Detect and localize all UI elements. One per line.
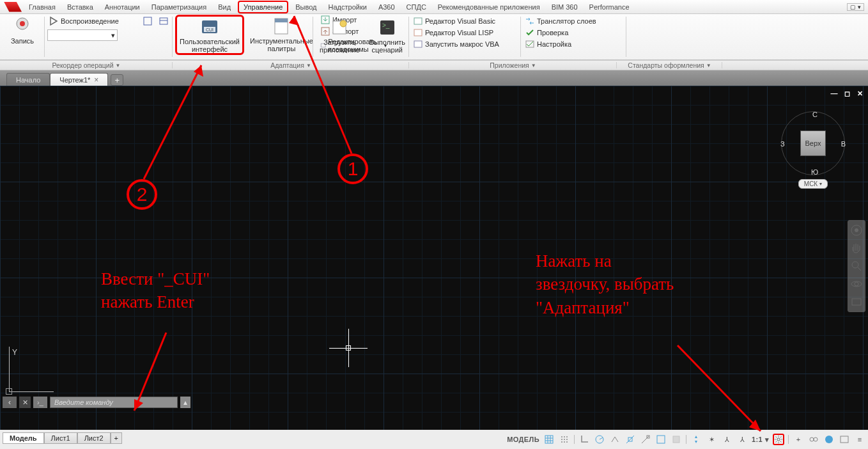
vbe-button[interactable]: Редактор Visual Basic	[412, 16, 518, 26]
pan-icon[interactable]	[849, 241, 864, 255]
layer-translator-button[interactable]: Транслятор слоев	[523, 16, 624, 26]
record-button[interactable]: Запись	[3, 15, 42, 46]
svg-point-33	[561, 439, 562, 440]
osnap-icon[interactable]	[624, 434, 636, 445]
zoom-extents-icon[interactable]	[849, 259, 864, 273]
tool-palettes-button[interactable]: Инструментальные палитры	[246, 15, 317, 54]
annotation-scale[interactable]: 1:1 ▾	[752, 436, 769, 444]
selection-cycling-icon[interactable]	[690, 434, 702, 445]
load-app-button[interactable]: Загрузить приложение	[316, 16, 364, 55]
svg-text:CUI: CUI	[206, 28, 213, 32]
menu-parametric[interactable]: Параметризация	[147, 2, 211, 12]
layout-tab-sheet2[interactable]: Лист2	[77, 432, 111, 444]
file-tab-drawing1[interactable]: Чертеж1*×	[50, 73, 108, 86]
svg-rect-19	[414, 29, 422, 36]
file-tab-home[interactable]: Начало	[6, 73, 50, 86]
coord-system-button[interactable]: МСК▾	[798, 179, 828, 189]
svg-rect-20	[414, 41, 422, 47]
configure-button[interactable]: Настройка	[523, 39, 624, 49]
layout-tab-sheet1[interactable]: Лист1	[44, 432, 77, 444]
group-title-apps: Приложения	[490, 61, 529, 69]
svg-point-35	[566, 439, 568, 440]
cui-button[interactable]: CUI Пользовательский интерфейс	[175, 15, 244, 55]
run-script-button[interactable]: >_ Выполнить сценарий	[366, 16, 409, 55]
command-input[interactable]: Введите команду	[50, 397, 178, 408]
menu-featured[interactable]: Рекомендованные приложения	[433, 2, 545, 12]
svg-marker-2	[50, 17, 57, 25]
menu-a360[interactable]: A360	[374, 2, 399, 12]
drawing-area[interactable]: — ◻ ✕ Y Верх С Ю В З МСК▾ ‹ ✕ ›_ Введите…	[0, 86, 868, 430]
recorder-options-1-icon[interactable]	[141, 15, 154, 28]
quick-properties-icon[interactable]	[823, 434, 835, 445]
group-title-adapt: Адаптация	[270, 61, 304, 69]
grid-icon[interactable]	[543, 434, 555, 445]
otrack-icon[interactable]	[640, 434, 651, 445]
viewcube-face[interactable]: Верх	[800, 130, 826, 156]
run-vba-button[interactable]: Запустить макрос VBA	[412, 39, 518, 49]
svg-text:>_: >_	[382, 22, 390, 29]
vle-button[interactable]: Редактор Visual LISP	[412, 28, 518, 38]
transparency-icon[interactable]	[670, 434, 682, 445]
svg-point-24	[852, 262, 858, 268]
workspace-icon[interactable]: +	[793, 434, 804, 445]
menu-bim360[interactable]: BIM 360	[547, 2, 582, 12]
menu-insert[interactable]: Вставка	[63, 2, 98, 12]
menu-output[interactable]: Вывод	[291, 2, 321, 12]
polar-icon[interactable]	[594, 434, 605, 445]
3dosnap-icon[interactable]: ✶	[706, 434, 717, 445]
close-viewport-icon[interactable]: ✕	[855, 90, 864, 98]
command-history-icon[interactable]: ‹	[3, 397, 17, 408]
menu-overflow-icon[interactable]: ▢ ▾	[847, 3, 864, 11]
restore-icon[interactable]: ◻	[842, 90, 851, 98]
menu-annotations[interactable]: Аннотации	[100, 2, 144, 12]
svg-point-48	[810, 437, 814, 441]
action-combo[interactable]: ▾	[47, 29, 118, 41]
group-title-std: Стандарты оформления	[628, 61, 704, 69]
status-bar: МОДЕЛЬ ✶ ⅄ ⅄ 1:1 ▾ + ≡	[507, 432, 865, 446]
orbit-icon[interactable]	[849, 277, 864, 291]
recorder-options-2-icon[interactable]	[157, 15, 170, 28]
lineweight-icon[interactable]	[655, 434, 667, 445]
svg-rect-18	[414, 18, 422, 24]
play-button[interactable]: Воспроизведение	[47, 16, 120, 26]
clean-screen-icon[interactable]	[839, 434, 850, 445]
svg-point-23	[855, 228, 858, 232]
dynamic-ucs-icon[interactable]: ⅄	[721, 434, 732, 445]
menu-manage[interactable]: Управление	[238, 1, 288, 13]
svg-rect-28	[852, 299, 861, 305]
command-prompt-icon[interactable]: ›_	[33, 397, 47, 408]
units-icon[interactable]	[808, 434, 819, 445]
play-label: Воспроизведение	[61, 17, 119, 25]
ortho-icon[interactable]	[578, 434, 590, 445]
customization-gear-icon[interactable]	[773, 434, 784, 445]
command-dropdown-icon[interactable]: ▴	[180, 397, 190, 408]
ribbon: Запись Воспроизведение ▾ CUI Пользовател…	[0, 14, 868, 60]
menu-addins[interactable]: Надстройки	[324, 2, 371, 12]
menu-view[interactable]: Вид	[213, 2, 235, 12]
close-icon[interactable]: ×	[94, 75, 98, 84]
svg-point-50	[825, 436, 833, 443]
layout-tab-model[interactable]: Модель	[3, 432, 44, 444]
viewcube[interactable]: Верх С Ю В З МСК▾	[781, 111, 845, 189]
menu-spds[interactable]: СПДС	[402, 2, 431, 12]
group-title-recorder: Рекордер операций	[52, 61, 114, 69]
add-layout-button[interactable]: +	[111, 432, 122, 444]
new-file-tab-button[interactable]: +	[111, 74, 123, 86]
selection-filter-icon[interactable]: ⅄	[736, 434, 748, 445]
status-options-icon[interactable]: ≡	[854, 434, 865, 445]
menu-bar: Главная Вставка Аннотации Параметризация…	[0, 0, 868, 14]
showmotion-icon[interactable]	[849, 295, 864, 309]
command-close-icon[interactable]: ✕	[19, 397, 31, 408]
status-model-label[interactable]: МОДЕЛЬ	[507, 436, 539, 443]
svg-line-42	[626, 436, 634, 443]
full-nav-wheel-icon[interactable]	[849, 223, 864, 237]
snap-icon[interactable]	[559, 434, 570, 445]
menu-performance[interactable]: Performance	[585, 2, 634, 12]
svg-line-40	[600, 437, 603, 439]
minimize-icon[interactable]: —	[830, 90, 839, 98]
check-button[interactable]: Проверка	[523, 28, 624, 38]
layout-tabs: Модель Лист1 Лист2 +	[3, 430, 122, 449]
isodraft-icon[interactable]	[609, 434, 621, 445]
svg-rect-29	[545, 436, 553, 443]
menu-home[interactable]: Главная	[24, 2, 60, 12]
